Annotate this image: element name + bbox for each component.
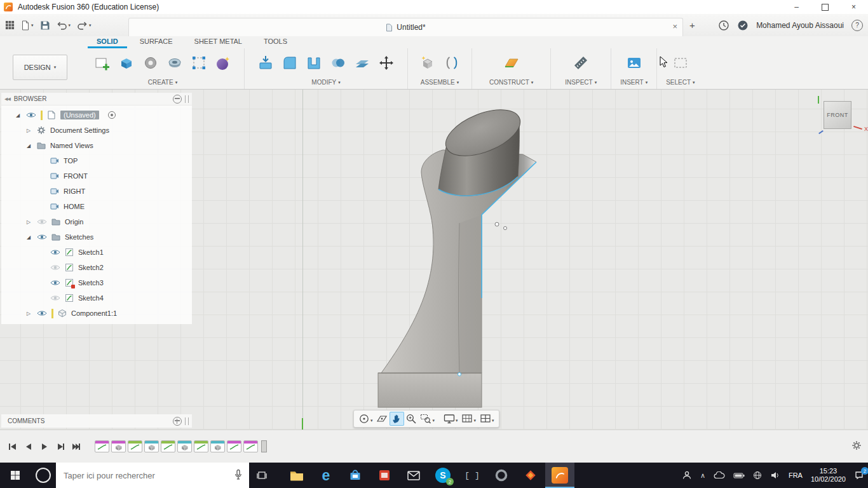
timeline-settings-gear-icon[interactable] — [851, 440, 862, 451]
assemble-menu[interactable]: ASSEMBLE▾ — [421, 79, 459, 86]
panel-grip-icon[interactable] — [185, 417, 189, 425]
timeline-feature-2-body[interactable] — [111, 440, 126, 452]
minimize-panel-icon[interactable] — [173, 95, 182, 104]
cortana-button[interactable] — [31, 463, 56, 488]
tree-item-named-views[interactable]: ◢Named Views — [1, 138, 192, 153]
look-at-tool[interactable] — [375, 412, 390, 426]
create-form-tool[interactable] — [212, 51, 234, 74]
sync-status-icon[interactable] — [737, 20, 749, 31]
timeline-feature-10-sketch[interactable] — [243, 440, 258, 452]
model-3d-body[interactable] — [356, 101, 553, 419]
tree-item-right[interactable]: RIGHT — [1, 184, 192, 199]
close-button[interactable]: × — [839, 0, 868, 14]
combine-tool[interactable] — [327, 51, 349, 74]
workspace-selector[interactable]: DESIGN ▾ — [13, 55, 67, 80]
timeline-go-to-end-button[interactable] — [70, 440, 83, 453]
panel-grip-icon[interactable] — [185, 95, 189, 103]
expand-comments-icon[interactable] — [173, 417, 182, 426]
visibility-off-eye-icon[interactable] — [50, 264, 60, 271]
comments-panel[interactable]: COMMENTS — [1, 414, 192, 428]
timeline-step-forward-button[interactable] — [54, 440, 67, 453]
sweep-tool[interactable] — [164, 51, 186, 74]
microsoft-edge-taskbar-icon[interactable]: e — [311, 463, 341, 488]
measure-tool[interactable] — [570, 51, 592, 74]
redo-button[interactable]: ▾ — [77, 21, 92, 30]
select-tool[interactable] — [670, 51, 691, 74]
tree-item-sketch1[interactable]: Sketch1 — [1, 245, 192, 260]
move-copy-tool[interactable] — [376, 51, 397, 74]
document-tab[interactable]: Untitled* × — [128, 18, 683, 36]
visibility-on-eye-icon[interactable] — [50, 279, 60, 287]
new-tab-button[interactable]: + — [689, 21, 695, 30]
timeline-feature-7-sketch[interactable] — [194, 440, 208, 452]
visibility-on-eye-icon[interactable] — [50, 248, 60, 256]
tree-expand-icon[interactable]: ▷ — [25, 311, 32, 316]
people-icon[interactable] — [682, 470, 692, 480]
timeline-position-marker[interactable] — [261, 440, 267, 452]
timeline-feature-6-body[interactable] — [177, 440, 192, 452]
modify-menu[interactable]: MODIFY▾ — [311, 79, 340, 86]
select-menu[interactable]: SELECT▾ — [666, 79, 695, 86]
visibility-off-eye-icon[interactable] — [50, 294, 60, 302]
collapse-panel-icon[interactable]: ◀◀ — [4, 97, 10, 102]
onedrive-cloud-icon[interactable] — [714, 471, 725, 479]
network-icon[interactable] — [753, 471, 762, 480]
task-view-button[interactable] — [249, 463, 275, 488]
tree-collapse-icon[interactable]: ◢ — [25, 143, 32, 149]
pattern-tool[interactable] — [188, 51, 210, 74]
offset-plane-tool[interactable] — [351, 51, 373, 74]
tree-item-sketch4[interactable]: Sketch4 — [1, 290, 192, 306]
visibility-on-eye-icon[interactable] — [37, 309, 47, 317]
joint-tool[interactable] — [441, 51, 463, 74]
job-status-icon[interactable] — [718, 20, 729, 31]
timeline-feature-1-sketch[interactable] — [95, 440, 109, 452]
caret-down-icon[interactable]: ▾ — [456, 418, 458, 423]
press-pull-tool[interactable] — [255, 51, 276, 74]
minimize-button[interactable]: – — [782, 0, 811, 14]
dev-app-taskbar-icon[interactable]: [ ] — [458, 463, 487, 488]
language-indicator[interactable]: FRA — [789, 471, 803, 479]
autodesk-app-taskbar-icon[interactable] — [516, 463, 545, 488]
tree-item-document-settings[interactable]: ▷Document Settings — [1, 123, 192, 138]
inspect-menu[interactable]: INSPECT▾ — [565, 79, 597, 86]
timeline-feature-8-body[interactable] — [210, 440, 225, 452]
create-sketch-tool[interactable] — [92, 51, 113, 74]
tab-sheet-metal[interactable]: SHEET METAL — [186, 36, 251, 48]
volume-icon[interactable] — [770, 471, 780, 479]
save-button[interactable] — [40, 20, 50, 30]
microphone-icon[interactable] — [234, 469, 243, 481]
gray-app-taskbar-icon[interactable] — [487, 463, 516, 488]
taskbar-clock[interactable]: 15:23 10/02/2020 — [811, 467, 846, 484]
caret-down-icon[interactable]: ▾ — [433, 418, 435, 423]
visibility-on-eye-icon[interactable] — [26, 111, 36, 119]
tree-item-sketch2[interactable]: Sketch2 — [1, 260, 192, 275]
red-app-taskbar-icon[interactable] — [370, 463, 399, 488]
tab-tools[interactable]: TOOLS — [255, 36, 296, 48]
tree-item-home[interactable]: HOME — [1, 199, 192, 214]
tab-solid[interactable]: SOLID — [88, 36, 127, 48]
activate-component-radio-icon[interactable] — [107, 111, 116, 119]
create-menu[interactable]: CREATE▾ — [148, 79, 177, 86]
construct-menu[interactable]: CONSTRUCT▾ — [489, 79, 533, 86]
data-panel-toggle[interactable] — [5, 20, 15, 30]
help-button[interactable]: ? — [851, 20, 863, 31]
fillet-tool[interactable] — [279, 51, 301, 74]
tab-surface[interactable]: SURFACE — [131, 36, 182, 48]
caret-down-icon[interactable]: ▾ — [492, 418, 494, 423]
timeline-play-button[interactable] — [38, 440, 51, 453]
timeline-go-to-start-button[interactable] — [6, 440, 19, 453]
tree-item-sketches[interactable]: ◢Sketches — [1, 229, 192, 245]
canvas-viewport[interactable]: FRONT X ◀◀ BROWSER ◢(Unsaved)▷Document S… — [0, 90, 868, 430]
skype-taskbar-icon[interactable]: S2 — [428, 463, 458, 488]
caret-down-icon[interactable]: ▾ — [370, 418, 373, 423]
file-menu-button[interactable]: ▾ — [21, 20, 34, 30]
tab-close-icon[interactable]: × — [672, 22, 677, 31]
revolve-tool[interactable] — [140, 51, 161, 74]
user-name[interactable]: Mohamed Ayoub Aissaoui — [756, 21, 844, 30]
timeline-feature-9-sketch[interactable] — [227, 440, 241, 452]
viewports-tool[interactable] — [478, 412, 492, 426]
tree-item-front[interactable]: FRONT — [1, 168, 192, 184]
mail-taskbar-icon[interactable] — [399, 463, 428, 488]
fusion-360-taskbar-icon[interactable] — [545, 463, 574, 488]
viewcube[interactable]: FRONT X — [824, 101, 851, 129]
